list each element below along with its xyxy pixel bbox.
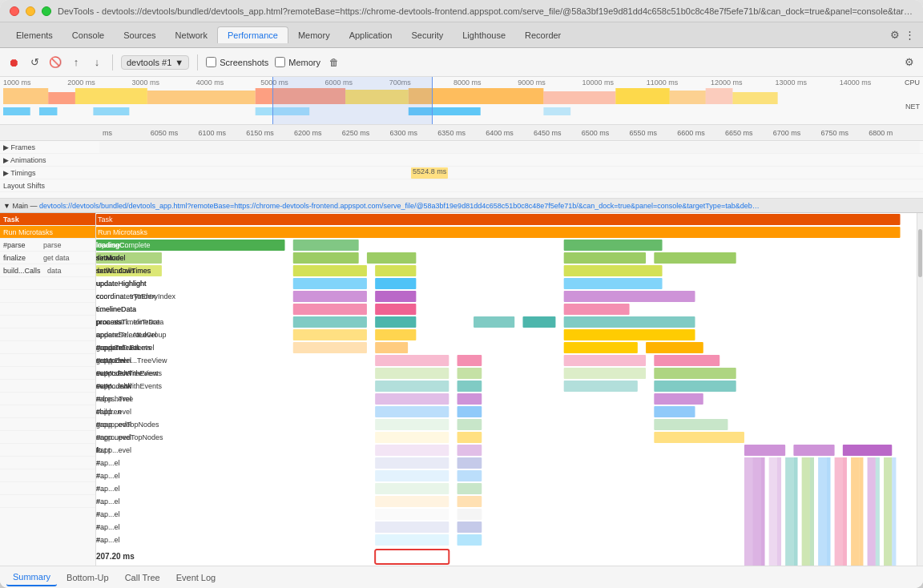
svg-rect-174 bbox=[375, 550, 449, 564]
main-thread-label: ▼ Main — bbox=[3, 202, 39, 210]
svg-rect-32 bbox=[367, 252, 416, 264]
tab-application[interactable]: Application bbox=[340, 27, 402, 43]
layout-shifts-row[interactable]: Layout Shifts bbox=[0, 179, 923, 192]
svg-text:207.20 ms: 207.20 ms bbox=[96, 552, 135, 561]
time-selection[interactable] bbox=[272, 77, 433, 124]
svg-rect-36 bbox=[654, 252, 736, 264]
svg-rect-144 bbox=[843, 445, 892, 456]
screenshots-checkbox-label[interactable]: Screenshots bbox=[206, 57, 268, 67]
scrollbar-thumb[interactable] bbox=[918, 229, 922, 277]
tick-6100: 6100 ms bbox=[199, 129, 247, 137]
tab-performance[interactable]: Performance bbox=[217, 26, 288, 43]
svg-text:setModel: setModel bbox=[96, 356, 126, 364]
target-selector[interactable]: devtools #1 ▼ bbox=[121, 55, 189, 70]
svg-rect-187 bbox=[835, 457, 843, 566]
tab-security[interactable]: Security bbox=[401, 27, 453, 43]
performance-toolbar: ⏺ ↺ 🚫 ↑ ↓ devtools #1 ▼ Screenshots Memo… bbox=[0, 48, 923, 77]
tick-6600: 6600 ms bbox=[677, 129, 725, 137]
svg-text:Task: Task bbox=[98, 215, 113, 224]
tick-6550: 6550 ms bbox=[629, 129, 677, 137]
download-icon[interactable]: ↓ bbox=[90, 55, 104, 70]
tab-lighthouse[interactable]: Lighthouse bbox=[453, 27, 515, 43]
finalize-label: finalize get data bbox=[0, 252, 95, 264]
trash-icon[interactable]: 🗑 bbox=[327, 55, 341, 70]
svg-rect-96 bbox=[375, 368, 449, 379]
tick-6200: 6200 ms bbox=[294, 129, 342, 137]
refresh-icon[interactable]: ↺ bbox=[27, 55, 42, 70]
empty-row-12 bbox=[0, 418, 95, 431]
svg-text:timelineData: timelineData bbox=[96, 305, 136, 313]
close-button[interactable] bbox=[10, 6, 19, 16]
memory-checkbox-label[interactable]: Memory bbox=[275, 57, 320, 67]
flame-chart-right[interactable]: Task Run Microtasks #parse loadingC... l… bbox=[96, 213, 917, 566]
screenshots-checkbox[interactable] bbox=[206, 57, 216, 67]
svg-rect-116 bbox=[654, 393, 703, 405]
svg-rect-92 bbox=[564, 355, 646, 366]
svg-rect-142 bbox=[793, 445, 834, 456]
tab-recorder[interactable]: Recorder bbox=[515, 27, 570, 43]
sep-2 bbox=[197, 54, 198, 70]
svg-rect-13 bbox=[39, 107, 57, 115]
svg-rect-82 bbox=[375, 342, 408, 353]
record-icon[interactable]: ⏺ bbox=[6, 55, 21, 70]
settings-icon[interactable]: ⚙ bbox=[888, 28, 902, 42]
svg-rect-84 bbox=[564, 342, 638, 353]
svg-rect-0 bbox=[3, 88, 48, 104]
svg-text:ungroupedTopNodes: ungroupedTopNodes bbox=[96, 433, 163, 441]
bottom-tab-call-tree[interactable]: Call Tree bbox=[119, 570, 167, 586]
svg-rect-9 bbox=[670, 91, 706, 104]
svg-rect-110 bbox=[654, 381, 736, 392]
svg-rect-138 bbox=[457, 445, 482, 456]
target-label: devtools #1 bbox=[127, 58, 171, 67]
svg-rect-18 bbox=[96, 214, 901, 225]
svg-rect-98 bbox=[457, 368, 482, 379]
svg-rect-62 bbox=[564, 304, 630, 315]
bottom-tab-summary[interactable]: Summary bbox=[6, 569, 57, 586]
more-icon[interactable]: ⋮ bbox=[902, 28, 917, 42]
svg-rect-90 bbox=[457, 355, 482, 366]
bottom-tab-bottom-up[interactable]: Bottom-Up bbox=[60, 570, 115, 586]
target-dropdown-icon: ▼ bbox=[175, 58, 183, 67]
flame-svg: Task Run Microtasks #parse loadingC... l… bbox=[96, 213, 917, 566]
svg-rect-185 bbox=[818, 457, 826, 566]
animations-row[interactable]: ▶ Animations bbox=[0, 154, 923, 167]
svg-text:#updateTrack: #updateTrack bbox=[96, 344, 140, 352]
settings-icon-2[interactable]: ⚙ bbox=[902, 55, 917, 70]
cpu-net-overview[interactable]: 1000 ms 2000 ms 3000 ms 4000 ms 5000 ms … bbox=[0, 77, 923, 125]
left-labels-panel: Task Run Microtasks #parse parse finaliz… bbox=[0, 213, 96, 566]
svg-rect-128 bbox=[654, 419, 728, 430]
minimize-button[interactable] bbox=[26, 6, 35, 16]
tick-6400: 6400 ms bbox=[486, 129, 534, 137]
timings-row[interactable]: ▶ Timings 5524.8 ms bbox=[0, 167, 923, 179]
frames-row[interactable]: ▶ Frames bbox=[0, 141, 923, 154]
upload-icon[interactable]: ↑ bbox=[69, 55, 83, 70]
svg-rect-154 bbox=[375, 483, 449, 494]
tab-network[interactable]: Network bbox=[166, 27, 217, 43]
svg-rect-52 bbox=[293, 291, 367, 302]
vertical-scrollbar[interactable] bbox=[917, 213, 923, 566]
svg-rect-10 bbox=[706, 88, 733, 104]
svg-text:updateHighlight: updateHighlight bbox=[96, 280, 147, 288]
svg-rect-34 bbox=[564, 252, 646, 264]
svg-rect-66 bbox=[375, 316, 416, 328]
tick-ms: ms bbox=[103, 129, 151, 137]
tick-3000: 3000 ms bbox=[132, 79, 196, 87]
svg-rect-183 bbox=[802, 457, 810, 566]
tab-memory[interactable]: Memory bbox=[288, 27, 340, 43]
svg-rect-44 bbox=[564, 265, 663, 276]
bottom-tab-event-log[interactable]: Event Log bbox=[170, 570, 223, 586]
svg-rect-162 bbox=[375, 509, 449, 520]
maximize-button[interactable] bbox=[42, 6, 51, 16]
timing-section: ▶ Frames ▶ Animations ▶ Timings 5524.8 m… bbox=[0, 141, 923, 199]
empty-row-2 bbox=[0, 290, 95, 303]
svg-rect-100 bbox=[564, 368, 646, 379]
memory-checkbox[interactable] bbox=[275, 57, 285, 67]
tab-elements[interactable]: Elements bbox=[6, 27, 62, 43]
tab-console[interactable]: Console bbox=[62, 27, 114, 43]
svg-rect-14 bbox=[93, 107, 129, 115]
svg-rect-120 bbox=[457, 406, 482, 417]
clear-icon[interactable]: 🚫 bbox=[48, 55, 62, 70]
tab-sources[interactable]: Sources bbox=[114, 27, 165, 43]
svg-rect-76 bbox=[375, 329, 416, 340]
svg-rect-112 bbox=[375, 393, 449, 405]
